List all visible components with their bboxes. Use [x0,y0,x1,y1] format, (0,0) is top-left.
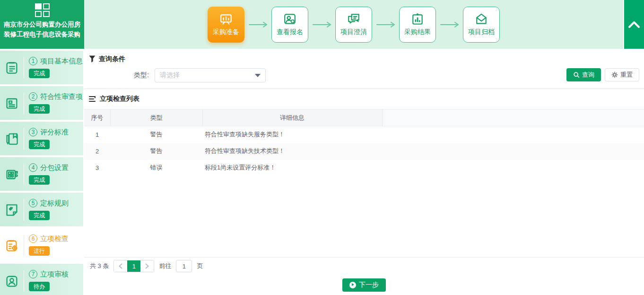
clipboard-lines-icon [0,61,24,75]
sidebar-item-project-check[interactable]: 6 立项检查 进行 [0,228,83,262]
auditor-camera-icon [0,274,24,288]
collapse-topbar-button[interactable] [623,0,644,49]
column-header-empty [382,109,644,126]
step-procurement-prep[interactable]: 采购准备 [208,7,244,43]
person-add-icon [283,12,296,26]
divider [24,92,24,114]
step-number: 3 [29,128,37,136]
check-list-table: 序号 类型 详细信息 1 警告 符合性审查项缺失服务类型！ 2 警告 符合性审查… [84,109,644,176]
arrow-right-icon [436,21,463,28]
process-stepper: 采购准备 查看报名 项目澄清 采购结果 项目归档 [84,0,623,49]
sidebar-item-label: 项目基本信息 [40,57,83,66]
play-icon [349,282,356,288]
sidebar-item-subpackage-settings[interactable]: 4 分包设置 完成 [0,157,83,191]
status-badge: 待办 [29,282,50,291]
step-project-clarification[interactable]: 项目澄清 [335,7,372,43]
project-title: 南京市分公司购置办公用房装修工程电子信息设备采购 [0,20,84,40]
row-type-cell: 错误 [110,160,202,176]
id-card-icon [0,96,24,110]
arrow-right-icon [244,21,271,28]
table-row[interactable]: 3 错误 标段1尚未设置评分标准！ [84,160,644,176]
type-label: 类型: [84,71,149,80]
status-badge: 完成 [29,104,50,114]
step-number: 7 [29,270,37,278]
clipboard-gear-icon [0,238,24,252]
table-row[interactable]: 2 警告 符合性审查项缺失技术类型！ [84,143,644,160]
table-row[interactable]: 1 警告 符合性审查项缺失服务类型！ [84,126,644,143]
sidebar: 南京市分公司购置办公用房装修工程电子信息设备采购 1 项目基本信息 完成 2 符… [0,0,84,295]
arrow-right-icon [308,21,335,28]
sidebar-item-project-info[interactable]: 1 项目基本信息 完成 [0,51,83,84]
status-badge: 进行 [29,246,50,256]
sidebar-header: 南京市分公司购置办公用房装修工程电子信息设备采购 [0,0,84,49]
search-button[interactable]: 查询 [566,68,601,81]
type-select-placeholder: 请选择 [160,71,180,80]
row-detail-cell: 标段1尚未设置评分标准！ [202,160,382,176]
next-step-button[interactable]: 下一步 [342,278,386,292]
step-number: 4 [29,163,37,172]
divider [24,128,24,150]
funnel-icon [89,55,96,63]
step-number: 2 [29,92,37,101]
current-page-button[interactable]: 1 [127,260,140,272]
type-select[interactable]: 请选择 [155,68,266,82]
row-index-cell: 2 [84,143,110,160]
step-label: 项目澄清 [340,28,367,36]
table-header-row: 序号 类型 详细信息 [84,109,644,126]
next-page-button[interactable] [140,260,154,272]
step-number: 1 [29,57,37,65]
check-list-section: 立项检查列表 序号 类型 详细信息 1 警告 符合性审查项缺失服务类型！ [84,89,644,275]
chevron-up-icon [628,21,640,28]
list-section-title: 立项检查列表 [100,95,139,103]
row-type-cell: 警告 [110,143,202,160]
podium-chart-icon [219,12,233,26]
filter-section: 查询条件 类型: 请选择 查询 重置 [84,49,644,89]
caret-down-icon [255,74,261,77]
speech-bubbles-icon [347,12,360,26]
prev-page-button[interactable] [114,260,127,272]
step-label: 查看报名 [277,28,303,36]
step-label: 采购准备 [213,28,239,36]
divider [24,57,24,79]
divider [24,163,24,185]
column-header-type: 类型 [110,109,202,126]
status-badge: 完成 [29,69,50,78]
sidebar-item-label: 分包设置 [40,163,69,172]
page-unit-label: 页 [197,262,203,270]
status-badge: 完成 [29,211,50,220]
divider [24,234,24,256]
filter-section-title: 查询条件 [99,55,125,63]
row-index-cell: 1 [84,126,110,143]
pagination: 共 3 条 1 前往 页 [84,257,644,275]
sidebar-item-compliance-review[interactable]: 2 符合性审查项 完成 [0,86,83,120]
sidebar-item-label: 符合性审查项 [40,92,83,101]
sidebar-item-label: 评分标准 [40,128,69,137]
step-number: 5 [29,199,37,207]
notebook-pen-icon [0,132,24,146]
column-header-index: 序号 [84,109,110,126]
footer-actions: 下一步 [84,275,644,295]
sidebar-item-project-audit[interactable]: 7 立项审核 待办 [0,264,83,295]
step-view-registration[interactable]: 查看报名 [271,7,308,43]
step-procurement-result[interactable]: 采购结果 [399,7,436,43]
sidebar-item-award-rules[interactable]: 5 定标规则 完成 [0,193,83,226]
step-label: 采购结果 [404,28,431,36]
status-badge: 完成 [29,175,50,185]
step-project-archive[interactable]: 项目归档 [463,7,500,43]
goto-page-input[interactable] [176,260,192,272]
sidebar-item-label: 立项审核 [40,270,69,279]
reset-button[interactable]: 重置 [605,68,639,81]
blocks-grid-icon [0,167,24,181]
arrow-right-icon [372,21,399,28]
column-header-detail: 详细信息 [202,109,382,126]
row-detail-cell: 符合性审查项缺失服务类型！ [202,126,382,143]
sidebar-item-scoring-criteria[interactable]: 3 评分标准 完成 [0,122,83,155]
envelope-open-icon [475,12,488,26]
gear-icon [611,72,618,78]
app-logo-icon [34,3,50,18]
list-lines-icon [89,96,96,102]
row-type-cell: 警告 [110,126,202,143]
sidebar-item-label: 定标规则 [40,199,69,208]
divider [24,199,24,221]
gavel-document-icon [0,203,24,217]
